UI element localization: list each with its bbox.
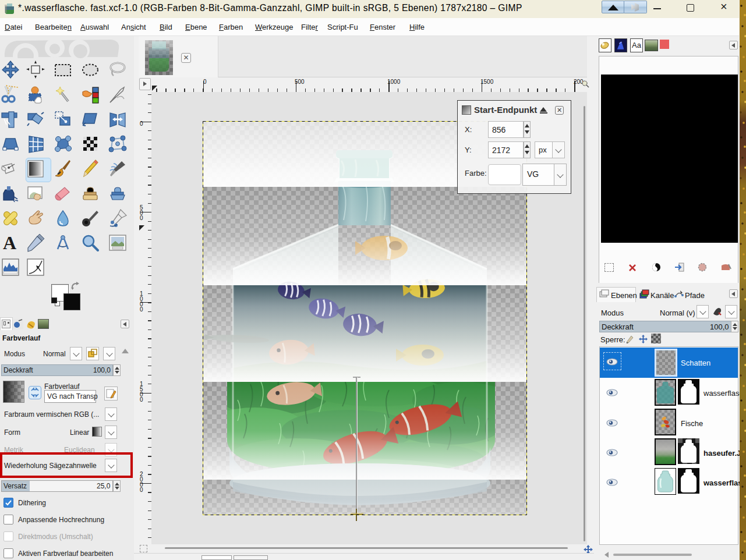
svg-text:A: A — [3, 233, 16, 253]
